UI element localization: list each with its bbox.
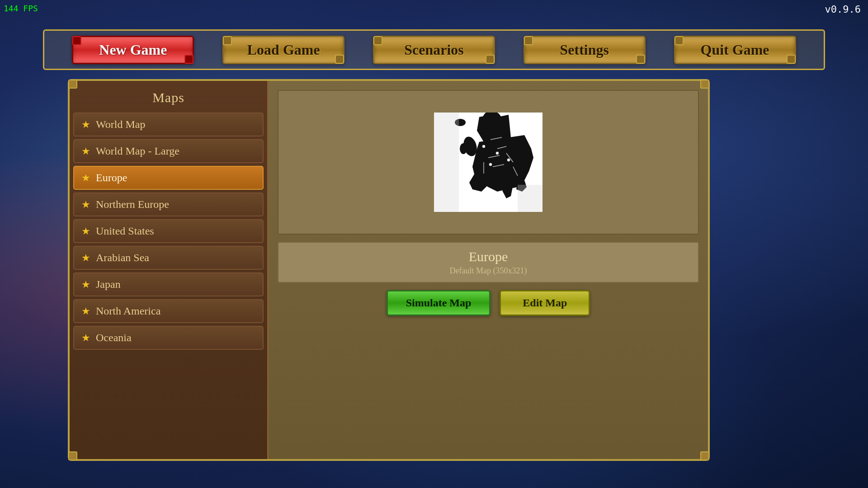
svg-rect-19 — [518, 185, 542, 212]
map-list-panel: Maps ★ World Map ★ World Map - Large ★ E… — [70, 81, 269, 459]
map-item-oceania[interactable]: ★ Oceania — [73, 326, 264, 350]
map-item-japan[interactable]: ★ Japan — [73, 272, 264, 296]
map-item-world-map-large[interactable]: ★ World Map - Large — [73, 139, 264, 163]
star-icon: ★ — [81, 172, 90, 184]
map-item-europe[interactable]: ★ Europe — [73, 166, 264, 190]
star-icon: ★ — [81, 332, 90, 344]
fps-counter: 144 FPS — [4, 4, 38, 13]
svg-rect-18 — [434, 113, 459, 212]
map-item-world-map[interactable]: ★ World Map — [73, 113, 264, 136]
navigation-bar: New Game Load Game Scenarios Settings Qu… — [43, 29, 825, 70]
scenarios-button[interactable]: Scenarios — [373, 36, 495, 64]
map-item-label: World Map - Large — [96, 145, 179, 157]
map-item-united-states[interactable]: ★ United States — [73, 219, 264, 243]
quit-game-button[interactable]: Quit Game — [674, 36, 796, 64]
svg-point-6 — [460, 143, 467, 154]
new-game-button[interactable]: New Game — [72, 36, 194, 64]
maps-title: Maps — [73, 85, 264, 113]
map-preview-container — [278, 90, 699, 235]
map-detail-panel: Europe Default Map (350x321) Simulate Ma… — [269, 81, 708, 459]
edit-map-button[interactable]: Edit Map — [500, 290, 590, 316]
version-label: v0.9.6 — [825, 4, 861, 15]
map-item-label: Arabian Sea — [96, 252, 149, 264]
svg-point-15 — [496, 152, 499, 155]
map-item-label: North America — [96, 305, 160, 317]
europe-map-image — [434, 113, 542, 212]
map-item-label: Europe — [96, 172, 127, 184]
star-icon: ★ — [81, 305, 90, 317]
star-icon: ★ — [81, 225, 90, 237]
map-info-box: Europe Default Map (350x321) — [278, 242, 699, 283]
selected-map-name: Europe — [288, 249, 689, 264]
map-item-northern-europe[interactable]: ★ Northern Europe — [73, 192, 264, 216]
selected-map-size: Default Map (350x321) — [288, 266, 689, 276]
map-item-label: Northern Europe — [96, 198, 169, 211]
svg-point-17 — [507, 159, 510, 161]
star-icon: ★ — [81, 145, 90, 157]
star-icon: ★ — [81, 199, 90, 211]
map-item-label: Oceania — [96, 332, 132, 344]
settings-button[interactable]: Settings — [524, 36, 646, 64]
star-icon: ★ — [81, 252, 90, 264]
map-item-label: United States — [96, 225, 154, 237]
star-icon: ★ — [81, 279, 90, 291]
map-item-label: World Map — [96, 118, 145, 131]
load-game-button[interactable]: Load Game — [222, 36, 344, 64]
star-icon: ★ — [81, 119, 90, 131]
simulate-map-button[interactable]: Simulate Map — [387, 290, 491, 316]
svg-point-16 — [489, 163, 492, 166]
map-item-north-america[interactable]: ★ North America — [73, 299, 264, 323]
main-panel: Maps ★ World Map ★ World Map - Large ★ E… — [68, 79, 710, 461]
map-item-label: Japan — [96, 278, 121, 291]
svg-point-14 — [482, 145, 485, 148]
map-item-arabian-sea[interactable]: ★ Arabian Sea — [73, 246, 264, 270]
map-action-buttons: Simulate Map Edit Map — [278, 290, 699, 316]
